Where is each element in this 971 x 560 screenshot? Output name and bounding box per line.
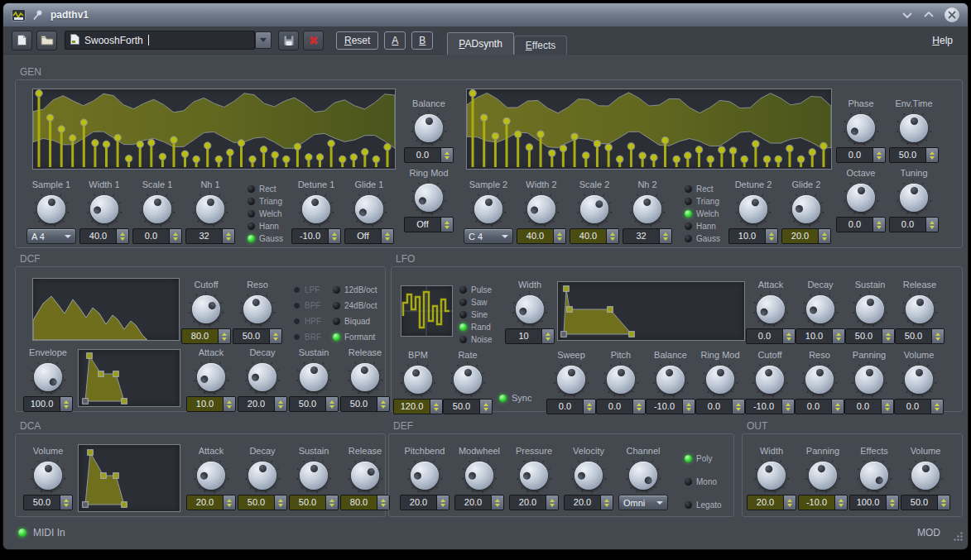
scale1-spinbox[interactable]: 0.0 [132,228,182,244]
detune1-spinbox[interactable]: -10.0 [291,228,341,244]
radio-biquad[interactable]: Biquad [333,314,386,329]
radio-hann[interactable]: Hann [685,220,726,232]
radio-poly[interactable]: Poly [685,452,726,465]
dcf-decay-spinbox[interactable]: 20.0 [238,396,287,412]
a-button[interactable]: A [384,31,406,50]
sample2-combo[interactable]: C 4 [464,228,513,244]
lfo-bpm-spinbox[interactable]: 120.0 [393,399,443,414]
dcf-release-knob[interactable] [348,360,382,395]
spinbox-arrows[interactable] [832,329,844,343]
spinbox-arrows[interactable] [834,495,847,510]
spinbox-arrows[interactable] [223,397,235,411]
dcf-sustain-spinbox[interactable]: 50.0 [289,396,339,412]
gen-ringmod-knob[interactable] [411,180,446,215]
spinbox-arrows[interactable] [925,218,938,232]
spinbox-arrows[interactable] [782,329,795,343]
spinbox-arrows[interactable] [222,229,234,243]
sync-toggle[interactable]: Sync [499,393,531,403]
dca-envelope-display[interactable] [78,444,180,512]
scale2-knob[interactable] [577,192,612,227]
gen-balance-spinbox[interactable]: 0.0 [404,147,454,163]
def-pitchbend-spinbox[interactable]: 20.0 [400,495,449,510]
spinbox-arrows[interactable] [325,397,338,411]
def-channel-combo[interactable]: Omni [618,495,668,510]
detune1-knob[interactable] [299,192,334,227]
spinbox-arrows[interactable] [169,229,181,243]
nh1-knob[interactable] [193,192,228,227]
lfo-volume-knob[interactable] [901,362,936,397]
lfo-ringmod-spinbox[interactable]: 0.0 [695,399,745,414]
spinbox-arrows[interactable] [377,397,389,411]
gen-balance-knob[interactable] [411,111,446,146]
lfo-sustain-knob[interactable] [853,292,887,327]
spinbox-arrows[interactable] [831,400,844,414]
out-width-spinbox[interactable]: 20.0 [747,495,796,510]
lfo-volume-spinbox[interactable]: 0.0 [894,399,944,414]
spinbox-arrows[interactable] [765,229,777,243]
glide2-spinbox[interactable]: 20.0 [781,228,831,244]
sample1-knob[interactable] [34,192,69,227]
width2-knob[interactable] [524,192,559,227]
spinbox-arrows[interactable] [886,495,898,510]
lfo-wave-display[interactable] [401,285,453,337]
dca-volume-spinbox[interactable]: 50.0 [23,495,73,510]
out-width-knob[interactable] [754,458,789,493]
spinbox-arrows[interactable] [328,229,340,243]
spinbox-arrows[interactable] [682,400,695,414]
radio-triang[interactable]: Triang [685,195,726,208]
spinbox-arrows[interactable] [930,400,943,414]
radio-rect[interactable]: Rect [685,183,726,195]
minimize-button[interactable] [901,10,913,20]
detune2-knob[interactable] [736,192,771,227]
dca-decay-spinbox[interactable]: 50.0 [238,495,287,510]
spinbox-arrows[interactable] [781,400,794,414]
radio-welch[interactable]: Welch [248,208,289,220]
lfo-reso-spinbox[interactable]: 0.0 [795,399,844,414]
spinbox-arrows[interactable] [925,148,938,162]
spinbox-arrows[interactable] [60,495,72,510]
lfo-panning-spinbox[interactable]: 0.0 [844,399,894,414]
lfo-reso-knob[interactable] [802,362,837,397]
lfo-sweep-knob[interactable] [554,362,589,397]
lfo-width-knob[interactable] [512,292,547,327]
spinbox-arrows[interactable] [430,400,442,414]
nh1-spinbox[interactable]: 32 [185,228,235,244]
dcf-envelope-display[interactable] [78,349,180,407]
glide1-spinbox[interactable]: Off [344,228,394,244]
lfo-pitch-knob[interactable] [603,362,638,397]
preset-combo[interactable]: SwooshForth [65,31,255,50]
gen-ringmod-spinbox[interactable]: Off [404,217,454,232]
spinbox-arrows[interactable] [436,495,449,510]
gen-octave-spinbox[interactable]: 0.0 [836,217,886,232]
radio-sine[interactable]: Sine [459,309,509,321]
nh2-spinbox[interactable]: 32 [622,228,672,244]
width1-spinbox[interactable]: 40.0 [79,228,129,244]
preset-dropdown-button[interactable] [255,31,272,49]
sample1-combo[interactable]: A 4 [26,228,76,244]
maximize-button[interactable] [923,10,935,20]
lfo-cutoff-knob[interactable] [752,362,787,397]
radio-legato[interactable]: Legato [685,499,726,511]
lfo-balance-spinbox[interactable]: -10.0 [646,399,695,414]
lfo-sweep-spinbox[interactable]: 0.0 [546,399,596,414]
spinbox-arrows[interactable] [381,229,393,243]
radio-hann[interactable]: Hann [248,220,289,232]
radio-rect[interactable]: Rect [248,183,289,195]
lfo-bpm-knob[interactable] [401,362,435,397]
dca-sustain-spinbox[interactable]: 50.0 [289,495,339,510]
b-button[interactable]: B [411,31,433,50]
spinbox-arrows[interactable] [60,397,72,411]
spinbox-arrows[interactable] [223,495,235,510]
lfo-envelope-display[interactable] [557,281,745,341]
def-pressure-knob[interactable] [517,458,551,493]
spinbox-arrows[interactable] [440,148,453,162]
lfo-cutoff-spinbox[interactable]: -10.0 [745,399,795,414]
spinbox-arrows[interactable] [882,329,894,343]
glide1-knob[interactable] [352,192,387,227]
out-volume-knob[interactable] [908,458,943,493]
spinbox-arrows[interactable] [274,397,286,411]
save-preset-button[interactable] [278,31,299,50]
spinbox-arrows[interactable] [937,495,949,510]
dcf-sustain-knob[interactable] [296,360,331,395]
out-effects-knob[interactable] [857,458,892,493]
